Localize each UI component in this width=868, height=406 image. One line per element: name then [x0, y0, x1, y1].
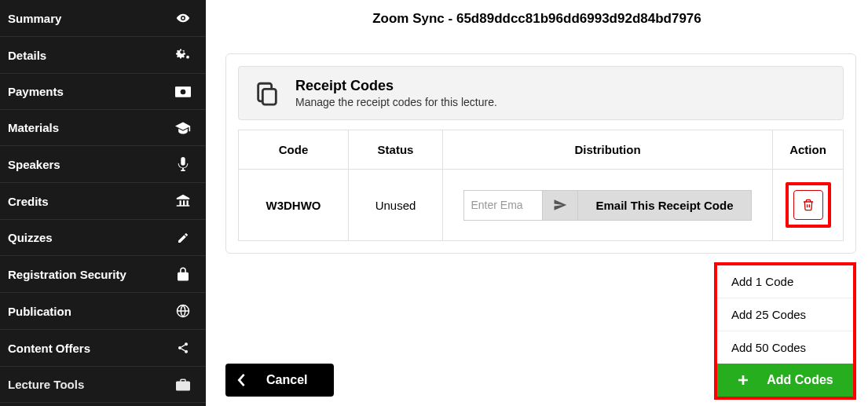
add-codes-button[interactable]: Add Codes: [717, 364, 853, 397]
code-value: W3DHWO: [239, 170, 349, 241]
svg-rect-6: [262, 89, 276, 104]
page-title: Zoom Sync - 65d89ddcc81b96dd6993d92d84bd…: [206, 0, 868, 38]
sidebar-item-label: Summary: [8, 12, 61, 25]
svg-point-4: [178, 346, 181, 349]
svg-point-5: [185, 350, 188, 353]
col-code: Code: [239, 130, 349, 170]
email-input[interactable]: [463, 190, 542, 221]
menu-add-1[interactable]: Add 1 Code: [717, 265, 853, 298]
receipt-codes-panel: Receipt Codes Manage the receipt codes f…: [225, 53, 856, 254]
share-icon: [174, 341, 192, 355]
chevron-left-icon: [236, 373, 246, 387]
delete-button[interactable]: [793, 190, 823, 220]
table-row: W3DHWO Unused Email This Receipt Code: [239, 170, 844, 241]
delete-highlight: [786, 182, 831, 228]
sidebar-item-label: Materials: [8, 121, 59, 134]
copy-icon: [253, 79, 281, 108]
money-icon: [174, 86, 192, 97]
menu-add-25[interactable]: Add 25 Codes: [717, 298, 853, 331]
sidebar-item-label: Credits: [8, 195, 49, 208]
sidebar-item-label: Publication: [8, 305, 71, 318]
bank-icon: [174, 194, 192, 208]
briefcase-icon: [174, 379, 192, 391]
email-receipt-button[interactable]: Email This Receipt Code: [578, 190, 751, 221]
sidebar-item-speakers[interactable]: Speakers: [0, 146, 206, 183]
graduation-cap-icon: [174, 122, 192, 134]
cancel-button[interactable]: Cancel: [225, 364, 334, 397]
sidebar-item-label: Payments: [8, 85, 64, 98]
sidebar: Summary Details Payments Materials Speak…: [0, 0, 206, 406]
add-codes-menu: Add 1 Code Add 25 Codes Add 50 Codes Add…: [714, 262, 856, 400]
sidebar-item-details[interactable]: Details: [0, 37, 206, 74]
send-email-button[interactable]: [542, 190, 578, 221]
plus-icon: [737, 374, 749, 386]
sidebar-item-label: Content Offers: [8, 342, 90, 355]
col-action: Action: [773, 130, 844, 170]
globe-icon: [174, 304, 192, 318]
sidebar-item-label: Registration Security: [8, 268, 126, 281]
sidebar-item-label: Speakers: [8, 158, 60, 171]
main-content: Zoom Sync - 65d89ddcc81b96dd6993d92d84bd…: [206, 0, 868, 406]
sidebar-item-payments[interactable]: Payments: [0, 74, 206, 110]
sidebar-item-label: Quizzes: [8, 231, 53, 244]
menu-add-50[interactable]: Add 50 Codes: [717, 331, 853, 364]
sidebar-item-summary[interactable]: Summary: [0, 0, 206, 37]
distribution-cell: Email This Receipt Code: [443, 170, 773, 241]
action-cell: [773, 170, 844, 241]
section-subtitle: Manage the receipt codes for this lectur…: [295, 96, 497, 108]
section-title: Receipt Codes: [295, 78, 497, 94]
sidebar-item-registration-security[interactable]: Registration Security: [0, 256, 206, 293]
col-distribution: Distribution: [443, 130, 773, 170]
paper-plane-icon: [553, 198, 567, 212]
sidebar-item-content-offers[interactable]: Content Offers: [0, 330, 206, 367]
trash-icon: [802, 198, 815, 212]
pencil-icon: [174, 232, 192, 244]
sidebar-item-credits[interactable]: Credits: [0, 183, 206, 220]
eye-icon: [174, 11, 192, 25]
sidebar-item-label: Details: [8, 49, 46, 62]
sidebar-item-publication[interactable]: Publication: [0, 293, 206, 330]
sidebar-item-label: Lecture Tools: [8, 378, 84, 391]
svg-point-3: [185, 342, 188, 346]
section-header: Receipt Codes Manage the receipt codes f…: [238, 66, 844, 120]
cogs-icon: [174, 48, 192, 62]
sidebar-item-lecture-tools[interactable]: Lecture Tools: [0, 367, 206, 403]
microphone-icon: [174, 157, 192, 171]
add-codes-label: Add Codes: [767, 373, 833, 387]
lock-icon: [174, 267, 192, 281]
status-value: Unused: [349, 170, 443, 241]
receipt-codes-table: Code Status Distribution Action W3DHWO U…: [238, 130, 844, 241]
col-status: Status: [349, 130, 443, 170]
cancel-label: Cancel: [266, 373, 307, 387]
sidebar-item-materials[interactable]: Materials: [0, 110, 206, 146]
sidebar-item-quizzes[interactable]: Quizzes: [0, 220, 206, 256]
svg-point-1: [181, 89, 186, 94]
